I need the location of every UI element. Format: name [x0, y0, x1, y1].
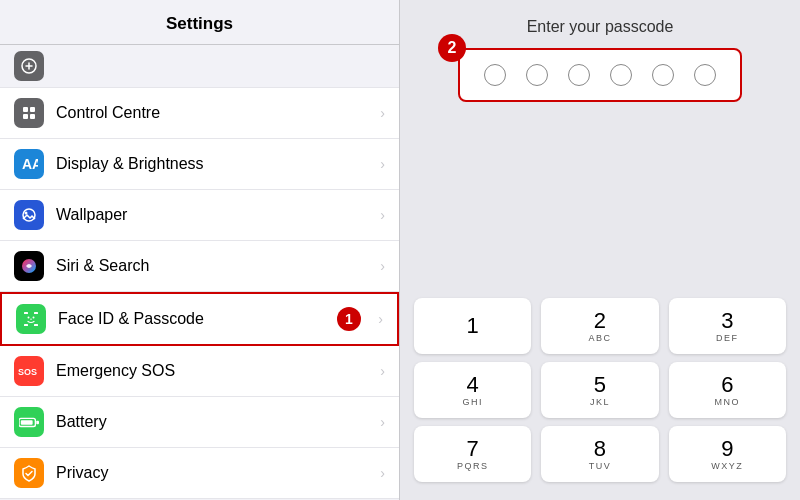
key-3-sub: DEF [716, 333, 739, 343]
passcode-dot-6 [694, 64, 716, 86]
key-5-sub: JKL [590, 397, 610, 407]
svg-rect-10 [34, 312, 38, 314]
settings-title: Settings [0, 0, 399, 45]
passcode-dot-1 [484, 64, 506, 86]
sidebar-item-display-brightness[interactable]: AA Display & Brightness › [0, 139, 399, 190]
svg-rect-11 [24, 324, 28, 326]
key-9[interactable]: 9 WXYZ [669, 426, 786, 482]
chevron-icon: › [380, 363, 385, 379]
face-id-label: Face ID & Passcode [58, 310, 378, 328]
svg-rect-20 [36, 421, 39, 425]
display-brightness-icon: AA [14, 149, 44, 179]
passcode-panel: Enter your passcode 2 1 2 ABC 3 DEF [400, 0, 800, 500]
chevron-icon: › [380, 465, 385, 481]
key-7-sub: PQRS [457, 461, 489, 471]
svg-point-6 [23, 209, 35, 221]
step1-badge: 1 [337, 307, 361, 331]
svg-rect-12 [34, 324, 38, 326]
list-item-scroll[interactable] [0, 45, 399, 88]
svg-rect-1 [23, 107, 28, 112]
sidebar-item-control-centre[interactable]: Control Centre › [0, 88, 399, 139]
key-2-main: 2 [594, 309, 606, 333]
chevron-icon: › [380, 258, 385, 274]
svg-point-14 [33, 317, 35, 319]
key-8-main: 8 [594, 437, 606, 461]
key-7[interactable]: 7 PQRS [414, 426, 531, 482]
key-1[interactable]: 1 [414, 298, 531, 354]
sidebar-item-emergency-sos[interactable]: SOS Emergency SOS › [0, 346, 399, 397]
key-8[interactable]: 8 TUV [541, 426, 658, 482]
svg-rect-3 [23, 114, 28, 119]
keypad-row-1: 1 2 ABC 3 DEF [414, 298, 786, 354]
keypad-row-3: 7 PQRS 8 TUV 9 WXYZ [414, 426, 786, 482]
siri-label: Siri & Search [56, 257, 380, 275]
passcode-dot-5 [652, 64, 674, 86]
emergency-sos-icon: SOS [14, 356, 44, 386]
battery-icon [14, 407, 44, 437]
chevron-icon: › [380, 207, 385, 223]
passcode-dot-3 [568, 64, 590, 86]
battery-label: Battery [56, 413, 380, 431]
chevron-icon: › [380, 105, 385, 121]
passcode-dots-wrapper: 2 [458, 48, 742, 102]
key-2-sub: ABC [588, 333, 611, 343]
passcode-dots [458, 48, 742, 102]
key-6[interactable]: 6 MNO [669, 362, 786, 418]
sidebar-item-siri-search[interactable]: Siri & Search › [0, 241, 399, 292]
key-3[interactable]: 3 DEF [669, 298, 786, 354]
key-2[interactable]: 2 ABC [541, 298, 658, 354]
sidebar-item-face-id-passcode[interactable]: 1 Face ID & Passcode › [0, 292, 399, 346]
key-4-main: 4 [467, 373, 479, 397]
svg-rect-9 [24, 312, 28, 314]
face-id-icon [16, 304, 46, 334]
privacy-icon [14, 458, 44, 488]
sidebar-item-privacy[interactable]: Privacy › [0, 448, 399, 499]
wallpaper-label: Wallpaper [56, 206, 380, 224]
passcode-dot-2 [526, 64, 548, 86]
svg-text:AA: AA [22, 156, 38, 172]
chevron-icon: › [378, 311, 383, 327]
privacy-label: Privacy [56, 464, 380, 482]
control-centre-icon [14, 98, 44, 128]
key-4[interactable]: 4 GHI [414, 362, 531, 418]
chevron-icon: › [380, 414, 385, 430]
svg-text:SOS: SOS [18, 367, 37, 377]
chevron-icon: › [380, 156, 385, 172]
key-9-sub: WXYZ [711, 461, 743, 471]
keypad: 1 2 ABC 3 DEF 4 GHI 5 JKL 6 [400, 112, 800, 500]
display-brightness-label: Display & Brightness [56, 155, 380, 173]
svg-point-13 [28, 317, 30, 319]
key-8-sub: TUV [589, 461, 612, 471]
key-7-main: 7 [467, 437, 479, 461]
step2-badge: 2 [438, 34, 466, 62]
passcode-dot-4 [610, 64, 632, 86]
svg-rect-4 [30, 114, 35, 119]
sidebar-item-wallpaper[interactable]: Wallpaper › [0, 190, 399, 241]
key-1-main: 1 [467, 314, 479, 338]
key-9-main: 9 [721, 437, 733, 461]
sidebar-item-battery[interactable]: Battery › [0, 397, 399, 448]
settings-panel: Settings Control Centre › [0, 0, 400, 500]
key-3-main: 3 [721, 309, 733, 333]
control-centre-label: Control Centre [56, 104, 380, 122]
svg-rect-19 [21, 420, 33, 425]
key-4-sub: GHI [462, 397, 483, 407]
settings-list: Control Centre › AA Display & Brightness… [0, 45, 399, 500]
key-6-main: 6 [721, 373, 733, 397]
key-6-sub: MNO [715, 397, 741, 407]
key-5-main: 5 [594, 373, 606, 397]
wallpaper-icon [14, 200, 44, 230]
siri-icon [14, 251, 44, 281]
emergency-sos-label: Emergency SOS [56, 362, 380, 380]
keypad-row-2: 4 GHI 5 JKL 6 MNO [414, 362, 786, 418]
svg-rect-2 [30, 107, 35, 112]
key-5[interactable]: 5 JKL [541, 362, 658, 418]
